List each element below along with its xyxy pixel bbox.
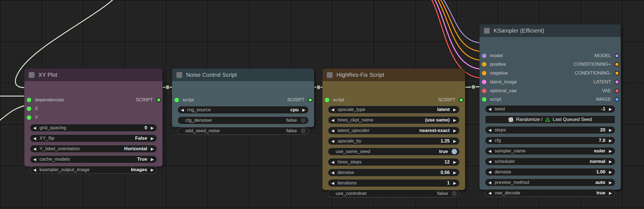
increment-arrow-icon[interactable]: ▶	[453, 108, 456, 112]
decrement-arrow-icon[interactable]: ◀	[331, 139, 334, 143]
port-dot[interactable]	[615, 62, 619, 67]
increment-arrow-icon[interactable]: ▶	[453, 139, 456, 143]
port-dot[interactable]	[308, 98, 312, 102]
widget-cache-models[interactable]: ◀ cache_models True ▶	[30, 155, 157, 163]
port-dot[interactable]	[482, 89, 486, 93]
decrement-arrow-icon[interactable]: ◀	[488, 149, 491, 153]
decrement-arrow-icon[interactable]: ◀	[488, 160, 491, 163]
port-dot[interactable]	[615, 71, 619, 75]
increment-arrow-icon[interactable]: ▶	[151, 126, 154, 130]
decrement-arrow-icon[interactable]: ◀	[488, 139, 491, 142]
widget-hires-steps[interactable]: ◀ hires_steps 12 ▶	[328, 158, 460, 166]
decrement-arrow-icon[interactable]: ◀	[488, 107, 491, 111]
node-ksampler-efficient[interactable]: KSampler (Efficient) model positive nega…	[479, 24, 621, 190]
increment-arrow-icon[interactable]: ▶	[453, 181, 456, 185]
decrement-arrow-icon[interactable]: ◀	[331, 181, 334, 185]
widget-vae-decode[interactable]: ◀ vae_decode true ▶	[485, 189, 615, 197]
increment-arrow-icon[interactable]: ▶	[453, 160, 456, 164]
decrement-arrow-icon[interactable]: ◀	[331, 129, 334, 133]
node-header[interactable]: XY Plot	[24, 68, 163, 81]
output-port-script[interactable]: SCRIPT	[287, 97, 312, 103]
widget-seed[interactable]: ◀ seed -1 ▶	[485, 105, 615, 113]
widget-steps[interactable]: ◀ steps 20 ▶	[485, 126, 615, 134]
port-dot[interactable]	[27, 107, 31, 111]
node-noise-control-script[interactable]: Noise Control Script script SCRIPT ◀ rng…	[172, 68, 314, 127]
widget-preview-method[interactable]: ◀ preview_method auto ▶	[485, 179, 615, 186]
input-port-script[interactable]: script	[325, 97, 344, 103]
widget-upscale-type[interactable]: ◀ upscale_type latent ▶	[328, 106, 460, 113]
decrement-arrow-icon[interactable]: ◀	[488, 128, 491, 132]
port-dot[interactable]	[482, 54, 486, 58]
widget-add-seed-noise[interactable]: add_seed_noise false	[178, 127, 309, 135]
widget-use-controlnet[interactable]: use_controlnet false	[328, 190, 460, 197]
input-port-optional-vae[interactable]: optional_vae	[482, 88, 517, 94]
increment-arrow-icon[interactable]: ▶	[609, 191, 612, 195]
decrement-arrow-icon[interactable]: ◀	[331, 118, 334, 122]
increment-arrow-icon[interactable]: ▶	[453, 129, 456, 133]
output-port-script[interactable]: SCRIPT	[136, 97, 161, 103]
decrement-arrow-icon[interactable]: ◀	[33, 157, 36, 161]
widget-sampler-name[interactable]: ◀ sampler_name euler ▶	[485, 147, 615, 155]
toggle-knob[interactable]	[452, 191, 457, 196]
input-port-script[interactable]: script	[174, 97, 194, 103]
widget-cfg-denoiser[interactable]: cfg_denoiser false	[178, 117, 309, 124]
decrement-arrow-icon[interactable]: ◀	[331, 171, 334, 174]
increment-arrow-icon[interactable]: ▶	[151, 157, 154, 161]
randomize-last-queued-seed-button[interactable]: Randomize / Last Queued Seed	[485, 115, 615, 124]
widget-cfg[interactable]: ◀ cfg 7.0 ▶	[485, 137, 615, 144]
decrement-arrow-icon[interactable]: ◀	[488, 181, 491, 184]
widget-rng-source[interactable]: ◀ rng_source cpu ▶	[178, 106, 309, 114]
output-port-model[interactable]: MODEL	[595, 53, 619, 59]
widget-use-same-seed[interactable]: use_same_seed true	[328, 148, 460, 155]
increment-arrow-icon[interactable]: ▶	[609, 128, 612, 132]
port-dot[interactable]	[615, 97, 619, 102]
input-port-script[interactable]: script	[482, 97, 501, 102]
decrement-arrow-icon[interactable]: ◀	[181, 108, 184, 112]
input-port-model[interactable]: model	[482, 53, 503, 59]
widget-y-label-orientation[interactable]: ◀ Y_label_orientation Horizontal ▶	[30, 145, 157, 153]
port-dot[interactable]	[482, 97, 486, 102]
input-port-negative[interactable]: negative	[482, 70, 508, 76]
port-dot[interactable]	[482, 71, 486, 75]
input-port-x[interactable]: X	[27, 106, 38, 112]
decrement-arrow-icon[interactable]: ◀	[488, 191, 491, 195]
increment-arrow-icon[interactable]: ▶	[151, 136, 154, 140]
widget-scheduler[interactable]: ◀ scheduler normal ▶	[485, 158, 615, 165]
port-dot[interactable]	[174, 98, 179, 102]
node-header[interactable]: Noise Control Script	[172, 68, 314, 81]
port-dot[interactable]	[615, 89, 619, 93]
output-port-script[interactable]: SCRIPT	[438, 97, 463, 103]
widget-denoise[interactable]: ◀ denoise 0.56 ▶	[328, 169, 460, 176]
decrement-arrow-icon[interactable]: ◀	[33, 126, 36, 130]
increment-arrow-icon[interactable]: ▶	[609, 139, 612, 142]
port-dot[interactable]	[325, 98, 329, 102]
output-port-vae[interactable]: VAE	[602, 88, 619, 94]
increment-arrow-icon[interactable]: ▶	[453, 171, 456, 174]
toggle-knob[interactable]	[452, 149, 457, 154]
port-dot[interactable]	[27, 98, 31, 102]
port-dot[interactable]	[27, 115, 31, 120]
widget-iterations[interactable]: ◀ iterations 1 ▶	[328, 179, 460, 187]
increment-arrow-icon[interactable]: ▶	[151, 147, 154, 151]
output-port-latent[interactable]: LATENT	[593, 79, 619, 85]
widget-grid-spacing[interactable]: ◀ grid_spacing 0 ▶	[30, 124, 157, 132]
decrement-arrow-icon[interactable]: ◀	[488, 170, 491, 174]
node-highres-fix-script[interactable]: HighRes-Fix Script script SCRIPT ◀ upsca…	[322, 68, 465, 190]
widget-latent-upscaler[interactable]: ◀ latent_upscaler nearest-exact ▶	[328, 127, 460, 134]
increment-arrow-icon[interactable]: ▶	[609, 170, 612, 174]
increment-arrow-icon[interactable]: ▶	[302, 108, 305, 112]
increment-arrow-icon[interactable]: ▶	[609, 181, 612, 184]
increment-arrow-icon[interactable]: ▶	[609, 149, 612, 153]
node-xy-plot[interactable]: XY Plot dependencies X Y SCRIPT ◀ grid_s…	[24, 68, 163, 166]
output-port-conditioning-plus[interactable]: CONDITIONING+	[573, 62, 619, 67]
widget-ksampler-output-image[interactable]: ◀ ksampler_output_image Images ▶	[30, 166, 157, 174]
widget-upscale-by[interactable]: ◀ upscale_by 1.25 ▶	[328, 137, 460, 145]
decrement-arrow-icon[interactable]: ◀	[33, 136, 36, 140]
node-header[interactable]: KSampler (Efficient)	[479, 24, 621, 37]
input-port-y[interactable]: Y	[27, 115, 38, 120]
port-dot[interactable]	[615, 54, 619, 58]
decrement-arrow-icon[interactable]: ◀	[331, 160, 334, 164]
widget-hires-ckpt-name[interactable]: ◀ hires_ckpt_name (use same) ▶	[328, 116, 460, 124]
node-header[interactable]: HighRes-Fix Script	[322, 68, 465, 81]
decrement-arrow-icon[interactable]: ◀	[331, 108, 334, 112]
